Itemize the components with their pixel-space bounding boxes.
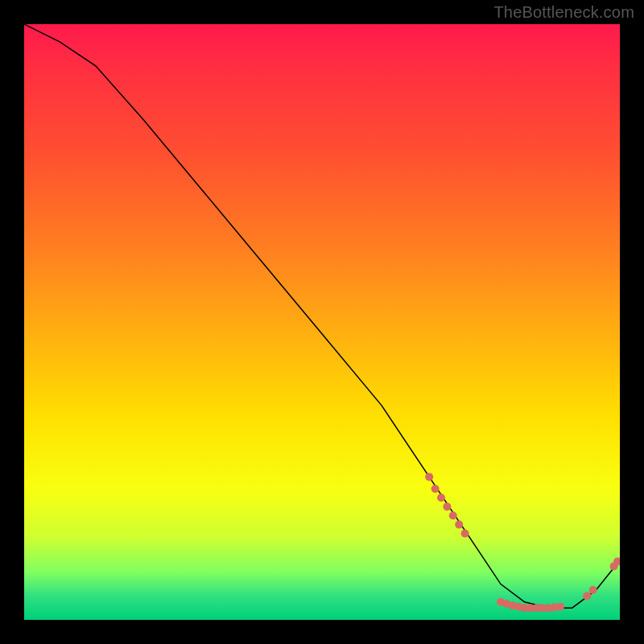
data-point (431, 485, 440, 493)
data-point (583, 592, 591, 600)
data-points (425, 473, 620, 612)
chart-frame: TheBottleneck.com (0, 0, 644, 644)
data-point (589, 586, 597, 594)
data-point (551, 604, 559, 612)
watermark-text: TheBottleneck.com (493, 3, 634, 22)
curve-svg (24, 24, 620, 620)
data-point (425, 473, 433, 481)
data-point (502, 600, 510, 608)
data-point (532, 604, 540, 612)
data-point (455, 521, 463, 529)
data-point (514, 603, 522, 611)
data-point (544, 604, 552, 612)
data-point (539, 604, 547, 612)
plot-area (24, 24, 620, 620)
data-point (461, 530, 469, 538)
data-point (449, 512, 457, 520)
data-point (509, 601, 517, 609)
data-point (443, 502, 451, 510)
data-point (526, 604, 535, 612)
data-point (610, 562, 618, 570)
data-point (521, 604, 529, 612)
data-point (497, 598, 505, 606)
bottleneck-curve (24, 24, 620, 608)
data-point (556, 603, 564, 611)
data-point (613, 558, 620, 566)
data-point (437, 493, 445, 502)
